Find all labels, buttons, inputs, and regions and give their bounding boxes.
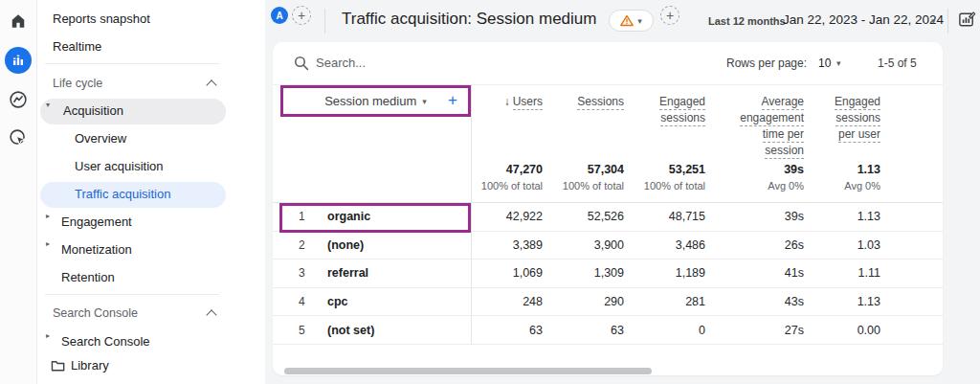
collapse-chevron-icon[interactable] (206, 309, 216, 320)
horizontal-scrollbar[interactable] (284, 368, 652, 374)
customize-report-icon[interactable] (957, 10, 977, 30)
collapse-chevron-icon[interactable] (206, 79, 216, 90)
search-input[interactable]: Search... (316, 56, 366, 70)
table-row[interactable]: 2(none) 3,3893,900 3,48626s 1.03 (273, 231, 943, 260)
sidebar-divider (45, 63, 219, 64)
avatar[interactable]: A (271, 7, 288, 24)
header-divider (947, 9, 948, 34)
total-engaged-sessions: 53,251 (624, 162, 705, 177)
add-report-tab-button[interactable]: + (660, 6, 679, 25)
sidebar-item-search-console[interactable]: Search Console (61, 331, 150, 352)
caret-down-icon[interactable]: ▾ (836, 58, 841, 68)
rows-per-page-select[interactable]: 10 (818, 56, 831, 70)
reports-sidebar: Reports snapshot Realtime Life cycle ▾ A… (36, 0, 265, 384)
folder-icon (51, 359, 65, 373)
total-sessions: 57,304 (543, 162, 624, 177)
column-header-engaged-sessions-per-user[interactable]: Engaged sessions per user (804, 84, 880, 159)
sidebar-item-monetization[interactable]: Monetization (61, 239, 132, 260)
sidebar-item-user-acquisition[interactable]: User acquisition (75, 156, 164, 177)
date-range-picker[interactable]: Jan 22, 2023 - Jan 22, 2024 (783, 12, 944, 27)
reports-icon[interactable] (0, 47, 36, 74)
total-avg-engagement-time: 39s (705, 162, 804, 177)
sidebar-item-traffic-acquisition[interactable]: Traffic acquisition (75, 184, 170, 205)
search-icon (294, 56, 309, 71)
header-divider (324, 9, 325, 34)
reports-selected-circle (5, 47, 32, 74)
rows-per-page-label: Rows per page: (726, 56, 807, 70)
data-quality-badge[interactable]: ▾ (609, 10, 654, 32)
expand-down-icon[interactable]: ▾ (43, 101, 53, 109)
sidebar-item-overview[interactable]: Overview (75, 128, 126, 149)
table-row[interactable]: 5(not set) 6363 027s 0.00 (273, 315, 943, 345)
add-secondary-dimension-icon[interactable]: + (448, 91, 457, 110)
total-engaged-per-user: 1.13 (804, 162, 880, 177)
app-icon-rail (0, 0, 37, 384)
sidebar-section-search-console[interactable]: Search Console (53, 304, 138, 323)
advertising-icon[interactable] (0, 127, 36, 148)
main-content: A + Traffic acquisition: Session medium … (265, 0, 980, 384)
expand-right-icon[interactable]: ▸ (43, 331, 53, 340)
expand-right-icon[interactable]: ▸ (43, 212, 53, 220)
sidebar-item-acquisition[interactable]: Acquisition (63, 101, 123, 122)
sort-descending-icon: ↓ (504, 95, 510, 108)
pagination-range: 1-5 of 5 (878, 56, 917, 70)
add-comparison-button[interactable]: + (292, 6, 311, 25)
sidebar-item-retention[interactable]: Retention (61, 267, 115, 288)
home-icon[interactable] (0, 11, 36, 31)
total-users: 47,270 (471, 162, 543, 177)
sidebar-item-reports-snapshot[interactable]: Reports snapshot (53, 9, 150, 30)
warning-icon (620, 14, 634, 27)
table-body: 1organic 42,92252,526 48,71539s 1.13 2(n… (273, 203, 943, 345)
column-header-engaged-sessions[interactable]: Engaged sessions (624, 84, 705, 159)
table-row[interactable]: 3referral 1,0691,309 1,18941s 1.11 (273, 259, 943, 287)
sidebar-item-realtime[interactable]: Realtime (53, 36, 101, 57)
date-preset-chip: Last 12 months (703, 13, 791, 29)
caret-down-icon[interactable]: ▾ (422, 97, 427, 106)
caret-down-icon[interactable]: ▾ (931, 16, 936, 26)
column-header-avg-engagement-time[interactable]: Average engagement time per session (705, 84, 804, 159)
sidebar-divider (45, 294, 219, 295)
column-header-sessions[interactable]: Sessions (543, 84, 624, 159)
column-header-users[interactable]: ↓Users (471, 84, 543, 159)
page-title: Traffic acquisition: Session medium (342, 10, 596, 29)
table-row[interactable]: 1organic 42,92252,526 48,71539s 1.13 (273, 203, 943, 231)
dimension-selector-session-medium[interactable]: Session medium ▾ + (280, 85, 471, 117)
sidebar-section-life-cycle[interactable]: Life cycle (53, 74, 102, 93)
sidebar-item-engagement[interactable]: Engagement (61, 212, 132, 233)
sidebar-item-library[interactable]: Library (71, 355, 109, 376)
table-row[interactable]: 4cpc 248290 28143s 1.13 (273, 287, 943, 316)
table-totals-row: 47,270100% of total 57,304100% of total … (273, 153, 943, 203)
report-table-card: Search... Rows per page: 10 ▾ 1-5 of 5 ↓… (273, 42, 943, 375)
caret-down-icon: ▾ (637, 16, 642, 26)
expand-right-icon[interactable]: ▸ (43, 239, 53, 248)
table-toolbar: Search... Rows per page: 10 ▾ 1-5 of 5 (273, 42, 943, 85)
dimension-column-divider (471, 84, 472, 345)
explore-icon[interactable] (0, 89, 36, 110)
